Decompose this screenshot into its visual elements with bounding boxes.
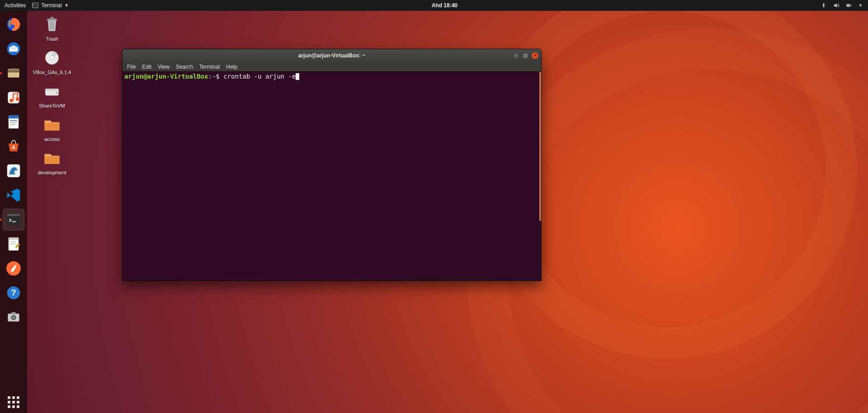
- chevron-down-icon: ▼: [65, 3, 69, 8]
- dock-show-apps[interactable]: [3, 391, 24, 413]
- dock: A ?: [0, 11, 27, 413]
- svg-rect-33: [50, 17, 53, 19]
- dock-rhythmbox[interactable]: [3, 87, 24, 108]
- svg-rect-29: [11, 312, 16, 314]
- dock-thunderbird[interactable]: [3, 38, 24, 60]
- dock-mysql-workbench[interactable]: [3, 160, 24, 182]
- command-text: crontab -u arjun -e: [223, 73, 296, 80]
- apps-grid-icon: [8, 396, 19, 408]
- dock-files[interactable]: [3, 62, 24, 84]
- svg-point-38: [50, 56, 54, 60]
- terminal-scrollbar[interactable]: [539, 72, 541, 221]
- svg-point-41: [56, 92, 58, 94]
- prompt-char: $: [216, 73, 219, 80]
- menu-view[interactable]: View: [158, 64, 170, 70]
- desktop-icon-trash[interactable]: Trash: [32, 14, 72, 42]
- app-menu-button[interactable]: Terminal ▼: [32, 2, 68, 9]
- menu-file[interactable]: File: [127, 64, 136, 70]
- menu-terminal[interactable]: Terminal: [199, 64, 220, 70]
- svg-rect-22: [9, 238, 19, 240]
- app-menu-label: Terminal: [41, 2, 61, 9]
- drive-icon: [41, 80, 63, 102]
- dock-vscode[interactable]: [3, 184, 24, 206]
- window-maximize-button[interactable]: ▢: [522, 52, 529, 59]
- desktop-icon-sharetovm[interactable]: ShareToVM: [32, 80, 72, 108]
- svg-point-31: [12, 316, 15, 319]
- svg-rect-2: [851, 5, 852, 6]
- menu-search[interactable]: Search: [176, 64, 193, 70]
- trash-icon: [41, 14, 63, 35]
- window-close-button[interactable]: ✕: [532, 52, 538, 59]
- dock-text-editor[interactable]: [3, 233, 24, 255]
- folder-icon: [41, 147, 63, 169]
- desktop-icon-label: VBox_GAs_6.1.4: [33, 70, 71, 75]
- menubar: File Edit View Search Terminal Help: [123, 62, 541, 72]
- desktop-icon-vbox-ga[interactable]: VBox_GAs_6.1.4: [32, 47, 72, 75]
- prompt-sep: :: [208, 73, 212, 80]
- svg-rect-3: [847, 5, 849, 6]
- activities-button[interactable]: Activities: [5, 2, 26, 9]
- desktop-icon-label: Trash: [46, 36, 58, 42]
- battery-icon[interactable]: [846, 2, 852, 9]
- terminal-window: arjun@arjun-VirtualBox: ~ – ▢ ✕ File Edi…: [122, 49, 542, 281]
- svg-rect-0: [33, 3, 38, 8]
- svg-rect-20: [7, 214, 20, 216]
- terminal-icon: [32, 2, 38, 9]
- svg-rect-43: [45, 156, 60, 164]
- desktop-icon-label: access: [44, 136, 60, 142]
- dock-screenshot[interactable]: [3, 306, 24, 328]
- menu-help[interactable]: Help: [226, 64, 237, 70]
- dock-ubuntu-software[interactable]: A: [3, 136, 24, 157]
- clock[interactable]: Ahd 18:40: [69, 2, 821, 9]
- window-minimize-button[interactable]: –: [513, 52, 519, 59]
- dock-postman[interactable]: [3, 258, 24, 279]
- volume-icon[interactable]: [833, 2, 840, 9]
- svg-rect-13: [9, 116, 19, 118]
- menu-edit[interactable]: Edit: [142, 64, 151, 70]
- svg-point-11: [16, 97, 19, 101]
- cursor: [296, 73, 299, 80]
- dock-libreoffice-writer[interactable]: [3, 111, 24, 133]
- system-menu-chevron-icon[interactable]: ▼: [859, 3, 863, 8]
- top-bar: Activities Terminal ▼ Ahd 18:40 ▼: [0, 0, 868, 11]
- prompt-user: arjun@arjun-VirtualBox: [124, 73, 208, 80]
- svg-rect-42: [45, 123, 60, 131]
- svg-text:?: ?: [11, 288, 16, 297]
- disc-icon: [41, 47, 63, 69]
- svg-rect-8: [12, 68, 15, 70]
- svg-text:A: A: [12, 145, 15, 150]
- desktop-icon-label: development: [38, 170, 66, 175]
- terminal-body[interactable]: arjun@arjun-VirtualBox:~$ crontab -u arj…: [123, 72, 539, 281]
- folder-icon: [41, 114, 63, 136]
- desktop-icon-label: ShareToVM: [39, 103, 65, 108]
- titlebar[interactable]: arjun@arjun-VirtualBox: ~ – ▢ ✕: [123, 49, 541, 62]
- network-icon[interactable]: [821, 2, 827, 9]
- dock-help[interactable]: ?: [3, 282, 24, 304]
- dock-terminal[interactable]: [3, 209, 24, 230]
- svg-rect-40: [45, 89, 58, 91]
- desktop-icons: Trash VBox_GAs_6.1.4 ShareToVM access de…: [32, 14, 72, 175]
- window-title: arjun@arjun-VirtualBox: ~: [298, 52, 366, 59]
- dock-firefox[interactable]: [3, 14, 24, 35]
- desktop-icon-access[interactable]: access: [32, 114, 72, 142]
- desktop-icon-development[interactable]: development: [32, 147, 72, 175]
